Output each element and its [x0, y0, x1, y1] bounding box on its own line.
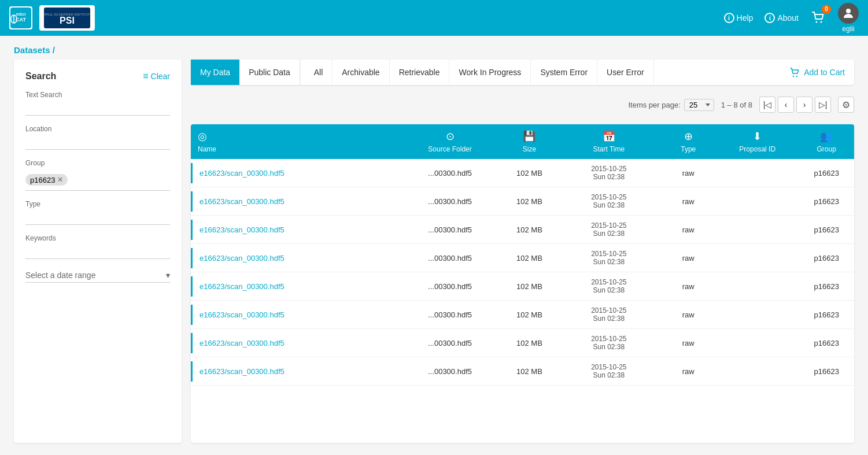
- svg-point-9: [821, 21, 822, 23]
- group-divider: [25, 190, 170, 191]
- tab-all[interactable]: All: [305, 60, 333, 85]
- last-page-button[interactable]: ▷|: [815, 97, 831, 113]
- keywords-input[interactable]: [25, 245, 170, 259]
- download-icon: ⬇: [753, 130, 762, 143]
- prev-page-button[interactable]: ‹: [778, 97, 794, 113]
- td-source-folder: ...00300.hdf5: [398, 248, 501, 268]
- first-page-button[interactable]: |◁: [759, 97, 775, 113]
- table-header: ◎ Name ⊙ Source Folder 💾 Size 📅 Start Ti…: [191, 124, 854, 159]
- tab-archivable[interactable]: Archivable: [333, 60, 389, 85]
- td-start-time: 2015-10-25Sun 02:38: [557, 272, 660, 300]
- tab-my-data[interactable]: My Data: [191, 60, 239, 85]
- tab-work-in-progress[interactable]: Work In Progress: [449, 60, 531, 85]
- td-start-time: 2015-10-25Sun 02:38: [557, 216, 660, 243]
- table-settings-button[interactable]: ⚙: [838, 97, 854, 113]
- table-row[interactable]: e16623/scan_00300.hdf5 ...00300.hdf5 102…: [191, 244, 854, 272]
- th-type-label: Type: [681, 145, 696, 153]
- user-section[interactable]: eglii: [838, 3, 859, 33]
- td-size: 102 MB: [502, 333, 557, 353]
- data-table: ◎ Name ⊙ Source Folder 💾 Size 📅 Start Ti…: [191, 124, 854, 443]
- td-start-time: 2015-10-25Sun 02:38: [557, 159, 660, 187]
- tab-public-data[interactable]: Public Data: [239, 60, 300, 85]
- td-source-folder: ...00300.hdf5: [398, 333, 501, 353]
- group-tag-p16623: p16623 ×: [25, 174, 68, 186]
- td-source-folder: ...00300.hdf5: [398, 220, 501, 240]
- td-start-time: 2015-10-25Sun 02:38: [557, 244, 660, 272]
- td-start-time: 2015-10-25Sun 02:38: [557, 329, 660, 357]
- search-header: Search ≡ Clear: [25, 71, 170, 82]
- help-link[interactable]: i Help: [724, 13, 754, 23]
- text-search-field: Text Search: [25, 91, 170, 116]
- td-type: raw: [660, 333, 716, 353]
- th-name-label: Name: [198, 145, 216, 153]
- breadcrumb-datasets[interactable]: Datasets: [14, 45, 50, 55]
- cart-badge: 0: [822, 5, 831, 14]
- td-proposal-id: [716, 309, 799, 320]
- tab-retrievable[interactable]: Retrievable: [390, 60, 450, 85]
- td-name: e16623/scan_00300.hdf5: [191, 163, 398, 183]
- group-label: Group: [25, 159, 170, 167]
- about-link[interactable]: i About: [764, 13, 799, 23]
- text-search-label: Text Search: [25, 91, 170, 99]
- td-size: 102 MB: [502, 361, 557, 382]
- th-name: ◎ Name: [191, 124, 398, 159]
- pagination-bar: Items per page: 10 25 50 100 1 – 8 of 8 …: [191, 92, 854, 117]
- calendar-icon: 📅: [603, 130, 615, 143]
- location-input[interactable]: [25, 135, 170, 150]
- breadcrumb-separator: /: [53, 45, 55, 55]
- compass-icon: ⊙: [446, 130, 455, 143]
- td-group: p16623: [799, 220, 854, 240]
- cart-add-icon: [789, 66, 800, 78]
- type-field: Type: [25, 200, 170, 225]
- type-input[interactable]: [25, 210, 170, 225]
- table-row[interactable]: e16623/scan_00300.hdf5 ...00300.hdf5 102…: [191, 159, 854, 187]
- td-name: e16623/scan_00300.hdf5: [191, 361, 398, 382]
- username: eglii: [842, 25, 854, 33]
- clear-button[interactable]: ≡ Clear: [143, 71, 170, 82]
- td-type: raw: [660, 305, 716, 325]
- keywords-field: Keywords: [25, 234, 170, 259]
- th-group-label: Group: [817, 145, 836, 153]
- td-name: e16623/scan_00300.hdf5: [191, 220, 398, 240]
- th-source-folder-label: Source Folder: [428, 145, 471, 153]
- cart-icon-wrapper[interactable]: 0: [810, 9, 826, 27]
- table-row[interactable]: e16623/scan_00300.hdf5 ...00300.hdf5 102…: [191, 357, 854, 386]
- table-row[interactable]: e16623/scan_00300.hdf5 ...00300.hdf5 102…: [191, 329, 854, 357]
- group-tag-remove[interactable]: ×: [57, 175, 62, 184]
- add-to-cart-button[interactable]: Add to Cart: [789, 66, 845, 78]
- help-label: Help: [737, 13, 754, 23]
- td-size: 102 MB: [502, 248, 557, 268]
- filter-bar: My Data Public Data All Archivable Retri…: [191, 60, 854, 85]
- table-row[interactable]: e16623/scan_00300.hdf5 ...00300.hdf5 102…: [191, 187, 854, 216]
- app-logo: mSci CAT: [9, 6, 32, 29]
- date-range-select[interactable]: Select a date range Last 7 days Last 30 …: [25, 268, 170, 283]
- table-row[interactable]: e16623/scan_00300.hdf5 ...00300.hdf5 102…: [191, 216, 854, 244]
- text-search-input[interactable]: [25, 101, 170, 116]
- svg-point-12: [796, 76, 797, 77]
- items-per-page: Items per page: 10 25 50 100: [628, 99, 714, 111]
- per-page-select[interactable]: 10 25 50 100: [684, 99, 714, 111]
- td-name: e16623/scan_00300.hdf5: [191, 305, 398, 325]
- about-label: About: [777, 13, 799, 23]
- user-avatar: [838, 3, 859, 24]
- add-to-cart-label: Add to Cart: [804, 68, 845, 77]
- tab-system-error[interactable]: System Error: [531, 60, 597, 85]
- td-proposal-id: [716, 337, 799, 349]
- td-type: raw: [660, 163, 716, 183]
- main-container: Search ≡ Clear Text Search Location Grou…: [0, 60, 868, 455]
- table-row[interactable]: e16623/scan_00300.hdf5 ...00300.hdf5 102…: [191, 301, 854, 329]
- help-icon: i: [724, 13, 734, 23]
- td-size: 102 MB: [502, 191, 557, 212]
- td-size: 102 MB: [502, 276, 557, 297]
- td-proposal-id: [716, 224, 799, 235]
- th-proposal-id: ⬇ Proposal ID: [716, 124, 799, 159]
- tab-user-error[interactable]: User Error: [597, 60, 654, 85]
- td-proposal-id: [716, 280, 799, 292]
- td-name: e16623/scan_00300.hdf5: [191, 191, 398, 212]
- next-page-button[interactable]: ›: [796, 97, 812, 113]
- td-proposal-id: [716, 195, 799, 207]
- td-group: p16623: [799, 276, 854, 297]
- status-tabs: All Archivable Retrievable Work In Progr…: [305, 60, 654, 85]
- table-row[interactable]: e16623/scan_00300.hdf5 ...00300.hdf5 102…: [191, 272, 854, 301]
- type-label: Type: [25, 200, 170, 208]
